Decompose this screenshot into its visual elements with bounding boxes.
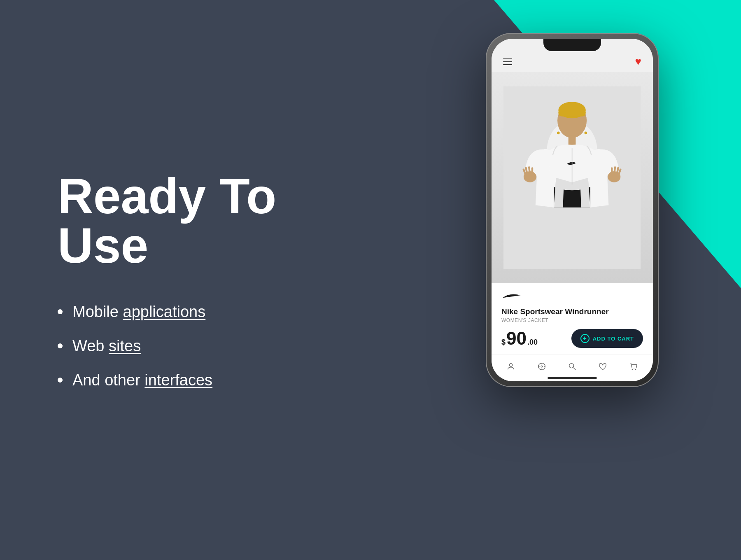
- add-to-cart-button[interactable]: + ADD TO CART: [571, 329, 643, 348]
- nav-explore-icon[interactable]: [534, 359, 549, 374]
- bullet-dot: [58, 378, 63, 383]
- nav-cart-icon[interactable]: [626, 359, 641, 374]
- svg-rect-5: [569, 135, 576, 145]
- nav-profile-icon[interactable]: [503, 359, 518, 374]
- svg-line-9: [526, 168, 527, 172]
- list-item: Web sites: [58, 337, 309, 355]
- nav-search-icon[interactable]: [565, 359, 580, 374]
- bullet-dot: [58, 309, 63, 314]
- main-headline: Ready To Use: [58, 171, 309, 270]
- home-indicator: [548, 377, 597, 379]
- left-section: Ready To Use Mobile applications Web sit…: [0, 0, 309, 560]
- svg-line-14: [615, 167, 615, 171]
- price-dollar: $: [501, 338, 506, 347]
- product-action-row: $ 90 .00 + ADD TO CART: [501, 329, 643, 348]
- bullet-text: Mobile applications: [72, 303, 205, 321]
- add-to-cart-label: ADD TO CART: [593, 336, 634, 342]
- bullet-text: And other interfaces: [72, 371, 212, 389]
- bullet-text: Web sites: [72, 337, 141, 355]
- svg-rect-4: [559, 109, 586, 117]
- nav-wishlist-icon[interactable]: [595, 359, 610, 374]
- bullet-dot: [58, 343, 63, 348]
- phone-notch: [543, 39, 601, 51]
- svg-point-29: [635, 369, 636, 370]
- svg-point-26: [569, 364, 574, 368]
- list-item: Mobile applications: [58, 303, 309, 321]
- product-category: WOMEN'S JACKET: [501, 317, 643, 323]
- price-cents: .00: [527, 338, 538, 347]
- svg-line-12: [619, 170, 620, 173]
- svg-point-19: [510, 364, 513, 366]
- phone-screen: ♥: [492, 39, 653, 381]
- svg-point-17: [557, 131, 560, 134]
- phone-mockup: ♥: [486, 33, 659, 387]
- svg-line-27: [573, 368, 576, 370]
- price-main: 90: [506, 329, 527, 348]
- favorite-icon[interactable]: ♥: [635, 55, 641, 68]
- product-image-area: [492, 72, 653, 283]
- brand-logo: [501, 292, 643, 303]
- price-display: $ 90 .00: [501, 329, 538, 348]
- feature-list: Mobile applications Web sites And other …: [58, 303, 309, 389]
- product-image: [503, 77, 641, 278]
- svg-point-18: [585, 131, 587, 134]
- plus-icon: +: [580, 334, 590, 343]
- phone-outer-frame: ♥: [486, 33, 659, 387]
- list-item: And other interfaces: [58, 371, 309, 389]
- svg-line-10: [529, 167, 530, 171]
- svg-point-28: [632, 369, 633, 370]
- svg-line-8: [524, 170, 525, 173]
- menu-icon[interactable]: [503, 58, 512, 65]
- svg-point-21: [541, 366, 543, 367]
- product-name: Nike Sportswear Windrunner: [501, 307, 643, 316]
- svg-line-13: [618, 168, 618, 172]
- product-detail-panel: Nike Sportswear Windrunner WOMEN'S JACKE…: [492, 283, 653, 355]
